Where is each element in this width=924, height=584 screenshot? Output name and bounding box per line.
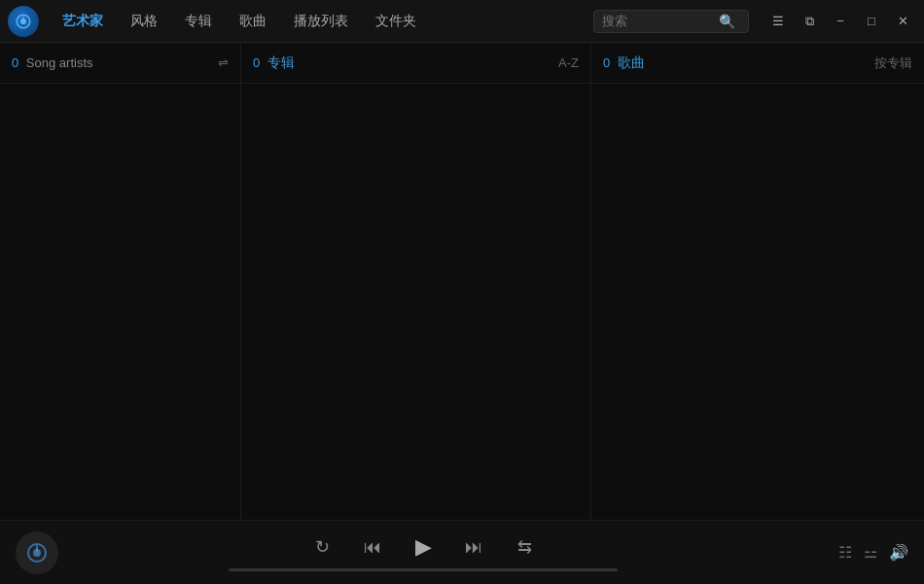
nav-tab-folder[interactable]: 文件夹 (364, 9, 428, 34)
nav-tab-genre[interactable]: 风格 (119, 9, 169, 34)
player-bar: ↻ ⏮ ▶ ⏭ ⇆ ☷ ⚍ 🔊 (0, 520, 924, 584)
player-controls: ↻ ⏮ ▶ ⏭ ⇆ (308, 533, 538, 561)
content-area: 0 Song artists ⇌ 0 专辑 A-Z 0 歌曲 按专辑 (0, 43, 924, 520)
panel-songs: 0 歌曲 按专辑 (591, 43, 924, 520)
close-button[interactable]: ✕ (889, 8, 916, 35)
volume-button[interactable]: 🔊 (889, 543, 908, 562)
nav-tab-albums[interactable]: 专辑 (173, 9, 224, 34)
player-progress[interactable] (229, 568, 618, 571)
nav-tab-artists[interactable]: 艺术家 (51, 9, 115, 34)
search-box: 🔍 (593, 10, 749, 33)
minimize-button[interactable]: − (827, 8, 854, 35)
equalizer-button[interactable]: ⚍ (864, 543, 877, 562)
panel-artists: 0 Song artists ⇌ (0, 43, 241, 520)
app-logo (8, 6, 39, 37)
window-controls: ☰ ⧉ − □ ✕ (764, 8, 916, 35)
prev-button[interactable]: ⏮ (359, 533, 386, 561)
next-button[interactable]: ⏭ (460, 533, 487, 561)
queue-button[interactable]: ☷ (838, 543, 852, 562)
albums-list (241, 84, 590, 520)
player-avatar (16, 531, 58, 574)
panel-albums: 0 专辑 A-Z (241, 43, 591, 520)
player-right: ☷ ⚍ 🔊 (772, 543, 908, 562)
artists-list (0, 84, 240, 520)
albums-count: 0 专辑 (253, 55, 295, 72)
albums-panel-header: 0 专辑 A-Z (241, 43, 590, 84)
play-button[interactable]: ▶ (409, 533, 437, 561)
titlebar: 艺术家 风格 专辑 歌曲 播放列表 文件夹 🔍 ☰ ⧉ − □ ✕ (0, 0, 924, 43)
nav-tabs: 艺术家 风格 专辑 歌曲 播放列表 文件夹 (51, 9, 593, 34)
artists-count: 0 Song artists (12, 55, 93, 70)
nav-tab-playlist[interactable]: 播放列表 (282, 9, 360, 34)
maximize-button[interactable]: □ (858, 8, 885, 35)
player-left (16, 531, 74, 574)
nav-tab-songs[interactable]: 歌曲 (228, 9, 278, 34)
albums-sort-label[interactable]: A-Z (558, 55, 579, 70)
shuffle-button[interactable]: ⇆ (511, 533, 538, 561)
search-icon[interactable]: 🔍 (719, 14, 735, 29)
player-center: ↻ ⏮ ▶ ⏭ ⇆ (74, 533, 772, 571)
artists-shuffle-icon[interactable]: ⇌ (218, 55, 229, 70)
songs-sort-label[interactable]: 按专辑 (874, 55, 912, 72)
copy-button[interactable]: ⧉ (796, 8, 823, 35)
songs-panel-header: 0 歌曲 按专辑 (591, 43, 924, 84)
songs-count: 0 歌曲 (603, 55, 645, 72)
songs-list (591, 84, 924, 520)
search-input[interactable] (602, 14, 719, 28)
repeat-button[interactable]: ↻ (308, 533, 336, 561)
artists-panel-header: 0 Song artists ⇌ (0, 43, 240, 84)
menu-button[interactable]: ☰ (764, 8, 792, 35)
